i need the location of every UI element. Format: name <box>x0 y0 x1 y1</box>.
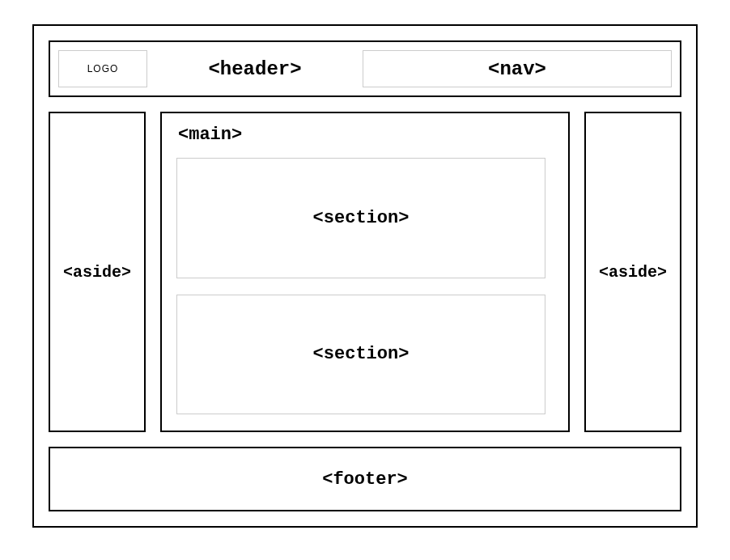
section-tag-label: <section> <box>313 208 410 228</box>
layout-wireframe: LOGO <header> <nav> <aside> <main> <sect… <box>32 24 698 528</box>
footer-tag-label: <footer> <box>322 469 408 490</box>
section-region: <section> <box>176 158 545 278</box>
section-tag-label: <section> <box>313 344 410 364</box>
header-region: LOGO <header> <nav> <box>49 40 681 97</box>
logo-text: LOGO <box>87 63 119 74</box>
aside-left-region: <aside> <box>49 112 146 432</box>
main-tag-label: <main> <box>176 125 545 145</box>
footer-region: <footer> <box>49 447 681 511</box>
aside-left-tag-label: <aside> <box>63 263 131 282</box>
main-region: <main> <section> <section> <box>160 112 570 432</box>
sections-container: <section> <section> <box>176 158 545 414</box>
nav-tag-label: <nav> <box>488 58 546 80</box>
aside-right-tag-label: <aside> <box>599 263 667 282</box>
header-tag-label: <header> <box>154 58 356 80</box>
nav-region: <nav> <box>363 50 672 87</box>
middle-row: <aside> <main> <section> <section> <asid… <box>49 112 681 432</box>
aside-right-region: <aside> <box>584 112 681 432</box>
section-region: <section> <box>176 295 545 415</box>
logo-placeholder: LOGO <box>58 50 147 87</box>
